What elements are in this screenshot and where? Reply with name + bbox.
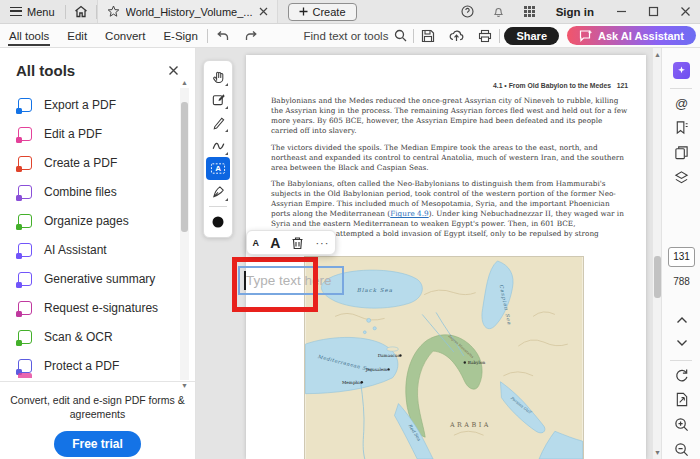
- add-text-tool-button[interactable]: A: [206, 157, 230, 180]
- current-page-input[interactable]: 131: [668, 247, 695, 267]
- notifications-button[interactable]: [484, 0, 513, 23]
- organize-pages-icon: [18, 214, 32, 228]
- sign-tool-button[interactable]: [206, 180, 230, 203]
- search-field[interactable]: Find text or tools: [297, 29, 413, 42]
- total-pages-label: 788: [662, 276, 700, 287]
- free-trial-button[interactable]: Free trial: [54, 431, 141, 457]
- map-label-babylon: Babylon: [468, 360, 486, 365]
- sidebar-item-ai-assistant[interactable]: AI Assistant: [0, 235, 180, 264]
- sign-in-button[interactable]: Sign in: [546, 6, 604, 18]
- page-thumbnails-button[interactable]: [662, 145, 700, 160]
- search-icon: [394, 29, 407, 42]
- undo-icon: [215, 29, 230, 42]
- sidebar-item-export-pdf[interactable]: Export a PDF: [0, 90, 180, 119]
- sidebar-item-request-esignatures[interactable]: Request e-signatures: [0, 293, 180, 322]
- fit-page-button[interactable]: [662, 392, 700, 407]
- color-dot-icon: [211, 215, 225, 229]
- ask-ai-assistant-button[interactable]: Ask AI Assistant: [567, 26, 696, 45]
- sidebar-item-scan-ocr[interactable]: Scan & OCR: [0, 322, 180, 351]
- maximize-button[interactable]: [638, 0, 668, 23]
- sidebar-scrollbar[interactable]: ▲ ▼: [180, 88, 189, 380]
- decrease-font-button[interactable]: A: [253, 238, 260, 248]
- section-title: 4.1 • From Old Babylon to the Medes: [493, 82, 611, 89]
- zoom-out-button[interactable]: [662, 442, 700, 457]
- color-swatch-button[interactable]: [206, 210, 230, 233]
- redo-button[interactable]: [237, 24, 266, 47]
- sidebar-item-label: Scan & OCR: [44, 330, 113, 344]
- tab-esign[interactable]: E-Sign: [154, 24, 207, 47]
- sidebar-item-label: Organize pages: [44, 214, 129, 228]
- generative-summary-button[interactable]: [662, 62, 700, 79]
- zoom-in-button[interactable]: [662, 417, 700, 432]
- hamburger-icon: [10, 7, 22, 16]
- hand-tool-button[interactable]: [206, 65, 230, 88]
- document-tab[interactable]: World_History_Volume_...: [97, 0, 278, 23]
- sidebar-item-label: Generative summary: [44, 272, 155, 286]
- document-scrollbar[interactable]: ▲ ▼: [652, 48, 661, 459]
- undo-button[interactable]: [208, 24, 237, 47]
- tools-list: Export a PDF Edit a PDF Create a PDF Com…: [0, 90, 180, 378]
- print-button[interactable]: [471, 24, 499, 47]
- footer-text-line1: Convert, edit and e-sign PDF forms &: [0, 394, 195, 408]
- close-window-button[interactable]: [670, 0, 700, 23]
- right-rail: @ 131 788: [661, 48, 700, 459]
- bookmark-icon: [674, 120, 689, 135]
- hand-icon: [211, 69, 226, 84]
- sidebar-item-label: Protect a PDF: [44, 359, 119, 373]
- scrollbar-thumb[interactable]: [654, 256, 661, 298]
- home-button[interactable]: [66, 0, 96, 23]
- sidebar-item-generative-summary[interactable]: Generative summary: [0, 264, 180, 293]
- apps-grid-icon: [523, 5, 536, 18]
- paragraph-2: The victors divided the spoils. The Medi…: [271, 143, 628, 173]
- plus-icon: [299, 7, 308, 16]
- draw-tool-button[interactable]: [206, 134, 230, 157]
- sidebar-item-edit-pdf[interactable]: Edit a PDF: [0, 119, 180, 148]
- sidebar-item-organize-pages[interactable]: Organize pages: [0, 206, 180, 235]
- star-icon[interactable]: [107, 5, 120, 18]
- divider: [670, 88, 692, 89]
- scroll-up-arrow[interactable]: ▲: [180, 78, 189, 87]
- layers-button[interactable]: [662, 170, 700, 185]
- tab-edit[interactable]: Edit: [58, 24, 96, 47]
- generative-summary-icon: [673, 62, 690, 79]
- title-bar: Menu World_History_Volume_... Create Sig…: [0, 0, 700, 24]
- sidebar-item-create-pdf[interactable]: Create a PDF: [0, 148, 180, 177]
- share-button[interactable]: Share: [504, 27, 559, 45]
- more-options-button[interactable]: ···: [315, 237, 329, 249]
- increase-font-button[interactable]: A: [270, 235, 280, 251]
- partially-visible-tool-icon: [18, 373, 32, 378]
- save-button[interactable]: [414, 24, 442, 47]
- scrollbar-thumb[interactable]: [181, 102, 188, 232]
- add-text-icon: A: [210, 161, 226, 176]
- sidebar-item-label: Combine files: [44, 185, 117, 199]
- sidebar-item-combine-files[interactable]: Combine files: [0, 177, 180, 206]
- rotate-button[interactable]: [662, 368, 700, 383]
- map-label-black-sea: Black Sea: [357, 287, 393, 293]
- sidebar-footer: Convert, edit and e-sign PDF forms & agr…: [0, 381, 195, 459]
- bookmarks-button[interactable]: [662, 120, 700, 135]
- minimize-icon: [616, 6, 627, 17]
- tab-all-tools[interactable]: All tools: [0, 24, 58, 47]
- close-panel-icon[interactable]: [168, 65, 179, 76]
- next-page-button[interactable]: [662, 339, 700, 347]
- close-tab-icon[interactable]: [259, 7, 268, 16]
- ai-assistant-icon: [18, 243, 32, 257]
- help-button[interactable]: [453, 0, 482, 23]
- comments-button[interactable]: @: [662, 96, 700, 111]
- paragraph-1: Babylonians and the Medes reduced the on…: [271, 96, 628, 136]
- tab-convert[interactable]: Convert: [96, 24, 154, 47]
- annotate-tool-button[interactable]: [206, 88, 230, 111]
- trash-icon[interactable]: [291, 236, 304, 250]
- previous-page-button[interactable]: [662, 316, 700, 324]
- upload-cloud-button[interactable]: [442, 24, 471, 47]
- apps-button[interactable]: [515, 0, 544, 23]
- figure-link[interactable]: Figure 4.9: [390, 209, 429, 218]
- text-format-toolbar: A A ···: [246, 230, 336, 255]
- menu-button[interactable]: Menu: [0, 0, 65, 23]
- minimize-button[interactable]: [606, 0, 636, 23]
- highlight-tool-button[interactable]: [206, 111, 230, 134]
- create-button[interactable]: Create: [288, 3, 357, 21]
- red-highlight-annotation: [232, 257, 318, 312]
- pencil-icon: [211, 115, 226, 130]
- cloud-upload-icon: [449, 29, 464, 42]
